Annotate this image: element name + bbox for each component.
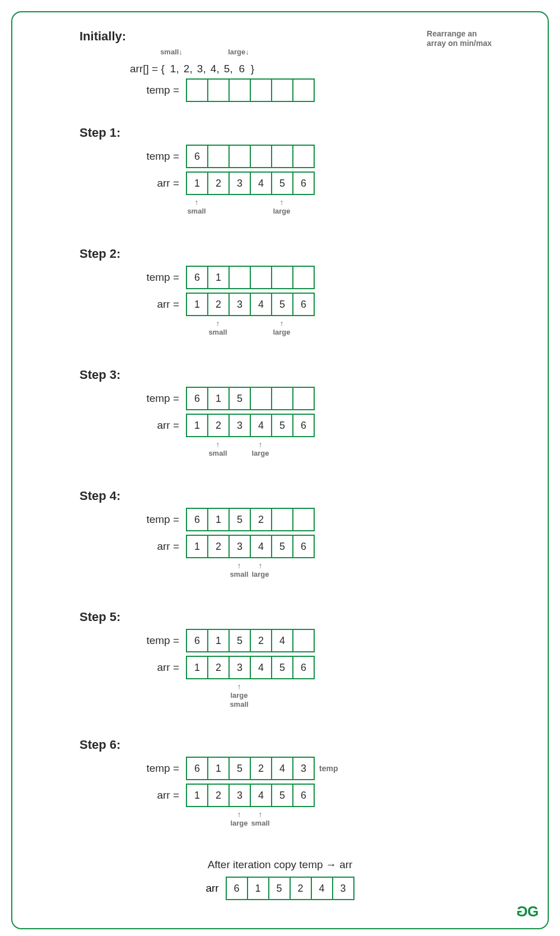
array-cell: 5	[271, 173, 292, 194]
array-cell	[250, 146, 271, 167]
pointer-track: smalllarge	[186, 319, 314, 344]
array-cell: 6	[292, 657, 314, 678]
array-cell: 6	[186, 509, 207, 530]
arr-row: arr =123456	[29, 172, 531, 195]
initial-temp-boxes	[186, 78, 315, 102]
pointer-large: large	[245, 562, 276, 579]
initial-inline-arr: arr[] = { 1,2,3,4,5,6 } smalllarge	[130, 48, 531, 75]
final-arr-label: arr	[206, 882, 218, 895]
array-cell: 1	[207, 630, 228, 651]
temp-row: temp =61524	[29, 629, 531, 652]
array-cell	[207, 146, 228, 167]
array-cell: 5	[228, 388, 250, 409]
pointer-track: smalllarge	[186, 562, 314, 586]
final-arr-row: arr 615243	[29, 877, 531, 900]
temp-label: temp =	[29, 150, 186, 163]
arr-label: arr =	[29, 177, 186, 189]
arr-row: arr =123456	[29, 784, 531, 807]
pointer-large: large	[266, 319, 297, 337]
arr-boxes: 123456	[186, 172, 315, 195]
array-cell: 3	[228, 536, 250, 557]
array-cell: 2	[250, 758, 271, 779]
array-cell	[228, 80, 250, 101]
array-cell: 6	[186, 630, 207, 651]
array-cell: 4	[250, 657, 271, 678]
temp-label: temp =	[29, 513, 186, 526]
array-value: 6	[235, 63, 249, 75]
array-cell: 5	[228, 509, 250, 530]
array-cell: 1	[186, 536, 207, 557]
step-2: Step 2:temp =61arr =123456smalllarge	[29, 247, 531, 344]
arr-suffix: }	[249, 63, 254, 75]
array-cell	[271, 146, 292, 167]
arr-label: arr =	[29, 661, 186, 674]
array-cell	[271, 80, 292, 101]
step-5: Step 5:temp =61524arr =123456largesmall	[29, 610, 531, 714]
array-value: 2,	[181, 63, 195, 75]
array-cell	[186, 80, 207, 101]
array-cell: 3	[228, 657, 250, 678]
final-arr-boxes: 615243	[226, 877, 354, 900]
pointer-track: smalllarge	[186, 441, 314, 465]
array-cell: 1	[186, 415, 207, 436]
step-heading: Step 4:	[80, 489, 531, 503]
array-cell: 4	[271, 630, 292, 651]
array-cell	[271, 267, 292, 288]
array-cell: 3	[228, 294, 250, 315]
title-note-line2: array on min/max	[427, 39, 492, 48]
arrow-icon: →	[326, 859, 337, 870]
temp-boxes: 61	[186, 266, 315, 289]
array-cell: 5	[271, 536, 292, 557]
array-cell: 1	[207, 388, 228, 409]
step-heading: Step 5:	[80, 610, 531, 624]
array-cell: 3	[292, 758, 314, 779]
array-cell: 3	[228, 173, 250, 194]
array-cell: 6	[292, 785, 314, 806]
array-cell: 1	[247, 878, 268, 899]
array-cell: 2	[207, 785, 228, 806]
array-cell: 3	[332, 878, 353, 899]
pointer-large: large	[266, 198, 297, 216]
final-note-prefix: After iteration copy temp	[208, 859, 326, 870]
array-cell: 6	[186, 267, 207, 288]
array-cell	[292, 630, 314, 651]
array-cell: 1	[207, 267, 228, 288]
array-cell	[228, 267, 250, 288]
array-cell: 2	[207, 415, 228, 436]
array-cell: 2	[207, 657, 228, 678]
array-cell	[207, 80, 228, 101]
array-cell: 1	[207, 509, 228, 530]
array-cell	[292, 509, 314, 530]
temp-label: temp =	[29, 392, 186, 405]
array-cell: 4	[311, 878, 332, 899]
array-cell	[292, 388, 314, 409]
array-value: 1,	[168, 63, 181, 75]
array-cell: 5	[228, 630, 250, 651]
arr-label: arr =	[29, 789, 186, 801]
temp-boxes: 6	[186, 145, 315, 168]
array-cell: 6	[292, 415, 314, 436]
array-cell: 4	[250, 294, 271, 315]
final-note-suffix: arr	[339, 859, 352, 870]
array-cell: 2	[207, 173, 228, 194]
array-cell: 2	[290, 878, 311, 899]
array-cell: 6	[292, 173, 314, 194]
temp-row: temp =615	[29, 387, 531, 410]
temp-label: temp =	[29, 762, 186, 775]
array-cell	[292, 146, 314, 167]
array-value: 5,	[222, 63, 235, 75]
pointer-small: small	[181, 198, 212, 216]
array-cell: 5	[271, 415, 292, 436]
array-cell: 2	[207, 294, 228, 315]
arr-row: arr =123456	[29, 414, 531, 437]
temp-boxes: 61524	[186, 629, 315, 652]
array-cell: 6	[186, 758, 207, 779]
array-cell	[271, 388, 292, 409]
arr-row: arr =123456	[29, 535, 531, 558]
title-note-line1: Rearrange an	[427, 29, 477, 38]
pointer-track: largesmall	[186, 810, 314, 835]
step-heading: Step 2:	[80, 247, 531, 261]
pointer-small: small	[202, 319, 234, 337]
temp-label: temp =	[29, 634, 186, 647]
array-cell	[292, 267, 314, 288]
